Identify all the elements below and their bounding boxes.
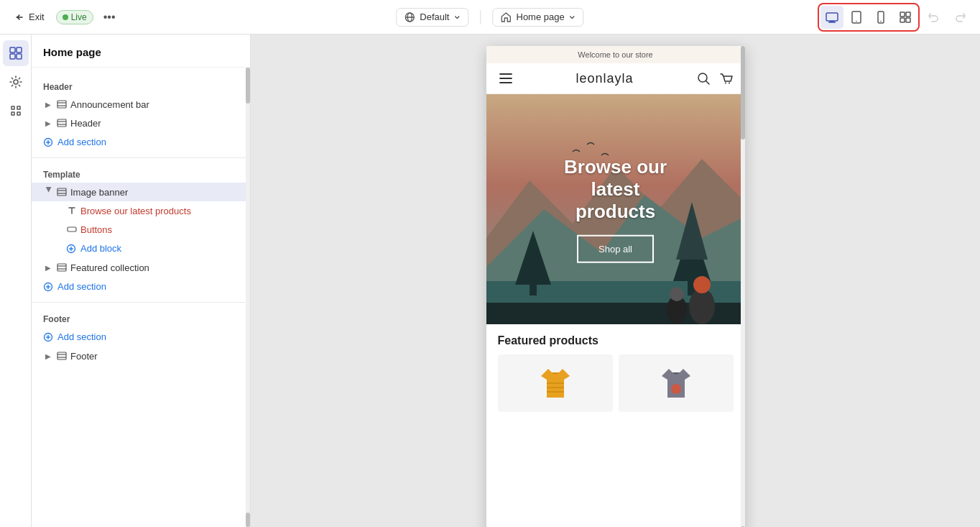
homepage-selector[interactable]: Home page [492,8,583,27]
plus-circle-icon [43,137,53,147]
svg-rect-15 [17,47,22,52]
settings-nav-icon[interactable] [3,69,29,95]
product-card-2[interactable] [619,354,734,412]
product-card-1[interactable] [498,354,613,412]
svg-rect-3 [826,13,838,21]
tablet-view-button[interactable] [845,6,868,29]
svg-rect-12 [900,18,905,22]
undo-button[interactable] [923,6,946,29]
image-banner-item[interactable]: ▶ Image banner [32,183,250,201]
text-block-icon [66,205,78,216]
footer-item[interactable]: ▶ Footer [32,347,250,365]
scroll-thumb[interactable] [246,68,250,104]
plus-circle-icon3 [43,282,53,292]
announcement-text: Welcome to our store [578,50,652,59]
svg-point-66 [693,276,711,293]
default-selector[interactable]: Default [396,8,468,27]
svg-rect-19 [57,101,66,108]
default-label: Default [420,12,449,22]
svg-point-9 [880,20,882,22]
header-section-icon [56,117,68,129]
chevron-right-icon: ▶ [43,99,53,109]
mobile-view-button[interactable] [869,6,892,29]
topbar-left: Exit Live ••• [9,8,120,27]
more-options-button[interactable]: ••• [99,8,120,27]
live-dot [63,14,68,20]
homepage-label: Home page [516,12,564,22]
panel-title: Home page [32,35,250,68]
header-add-section-button[interactable]: Add section [32,132,250,152]
panel-content: Header ▶ Announcement bar ▶ [32,68,250,527]
tablet-icon [850,11,863,24]
chevron-right-icon3: ▶ [43,262,53,272]
hero-preview: Browse our latest products Shop all [486,94,745,324]
search-nav-icon [696,71,711,86]
sections-icon [9,46,23,60]
svg-rect-10 [900,12,905,17]
gear-icon [9,75,23,89]
announcement-bar-label: Announcement bar [70,99,239,110]
banner-icon [57,187,67,197]
featured-collection-item[interactable]: ▶ Featured collection [32,258,250,277]
hero-shop-button[interactable]: Shop all [577,234,654,262]
hero-content: Browse our latest products Shop all [551,156,680,263]
mobile-icon [874,11,887,24]
image-banner-label: Image banner [70,187,239,198]
grid-view-button[interactable] [894,6,917,29]
exit-button[interactable]: Exit [9,9,50,26]
scroll-thumb-bottom[interactable] [246,513,250,527]
phone-preview: Welcome to our store leonlayla [486,46,745,527]
grid-icon [899,11,912,24]
header-item[interactable]: ▶ Header [32,114,250,132]
template-group: Template ▶ Image banner [32,164,250,296]
desktop-view-button[interactable] [820,6,843,29]
svg-rect-35 [57,264,66,271]
nav-icons [696,71,734,86]
browse-products-item[interactable]: Browse our latest products [32,201,250,220]
header-label: Header [70,118,239,129]
header-group: Header ▶ Announcement bar ▶ [32,76,250,152]
apps-icon [9,104,23,118]
header-group-label: Header [32,76,250,95]
view-buttons-group [818,3,920,32]
redo-button[interactable] [948,6,971,29]
image-banner-icon [56,186,68,198]
grey-shirt-icon [655,362,698,405]
preview-scrollbar[interactable] [741,46,745,527]
svg-line-51 [706,81,709,85]
featured-collection-label: Featured collection [70,262,239,273]
footer-label: Footer [70,351,239,362]
svg-rect-11 [906,12,910,17]
scroll-track [246,68,250,527]
home-icon [500,12,512,23]
apps-nav-icon[interactable] [3,98,29,124]
template-add-section-button[interactable]: Add section [32,277,250,296]
svg-point-65 [689,288,715,324]
undo-icon [928,12,940,23]
sections-nav-icon[interactable] [3,40,29,66]
footer-group-label: Footer [32,308,250,327]
footer-section-icon [56,350,68,362]
chevron-down-icon [453,14,461,21]
svg-rect-13 [906,18,910,22]
left-panel: Home page Header ▶ Announcement bar [32,35,251,527]
announcement-bar-item[interactable]: ▶ Announcement bar [32,95,250,114]
preview-scroll-thumb [741,46,745,139]
add-block-button[interactable]: Add block [32,239,250,258]
footer-add-section-button[interactable]: Add section [32,327,250,347]
svg-rect-31 [68,227,76,232]
svg-rect-28 [57,188,66,196]
svg-point-7 [856,20,857,22]
collection-icon [57,262,67,272]
globe-icon [404,12,415,23]
buttons-item[interactable]: Buttons [32,220,250,239]
svg-rect-17 [17,54,22,59]
bar-icon [57,99,67,109]
hamburger-icon [498,70,514,86]
topbar-right [818,3,971,32]
exit-label: Exit [29,12,45,22]
featured-collection-icon [56,262,68,273]
template-add-section-label: Add section [57,281,106,292]
nav-preview: leonlayla [486,63,745,94]
cart-nav-icon [719,71,734,86]
